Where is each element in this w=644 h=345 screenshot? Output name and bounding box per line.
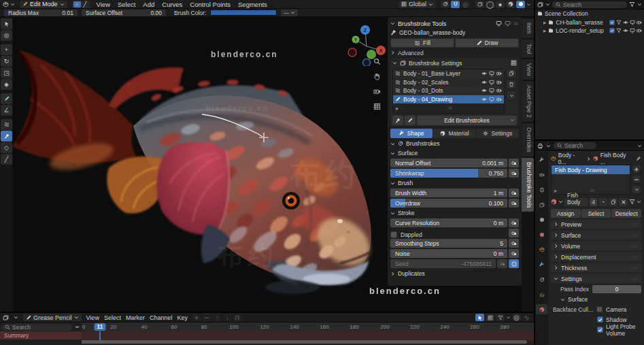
horizontal-scrollbar[interactable] xyxy=(78,340,527,344)
shading-material-button[interactable] xyxy=(506,1,515,8)
camera-icon[interactable] xyxy=(496,88,502,93)
tab-asset-pipe-2[interactable]: Asset Pipe 2 xyxy=(522,81,534,122)
tool-slide-button[interactable]: ╱ xyxy=(1,154,12,165)
transform-orientation-dropdown[interactable]: Global xyxy=(399,1,436,8)
randomize-seed-button[interactable] xyxy=(509,259,519,268)
pan-hand-icon[interactable] xyxy=(373,73,381,80)
tab-settings[interactable]: Settings xyxy=(477,129,519,138)
section-preview[interactable]: Preview :::: xyxy=(551,220,641,229)
shading-rendered-button[interactable] xyxy=(516,1,525,8)
noise-slider[interactable]: Noise 0 m xyxy=(390,249,507,258)
eye-icon[interactable] xyxy=(623,28,628,33)
edit-brushstrokes-button[interactable]: Edit Brushstrokes xyxy=(417,116,517,125)
shrinkwrap-slider[interactable]: Shrinkwrap 0.750 xyxy=(390,169,507,178)
outliner-search-input[interactable]: Search xyxy=(552,1,627,8)
exclude-funnel-icon[interactable] xyxy=(616,20,622,25)
tool-transform-button[interactable]: ◈ xyxy=(1,79,12,90)
animate-property-button[interactable] xyxy=(509,188,519,197)
breadcrumb-object[interactable]: Body - 0... xyxy=(558,152,584,165)
expand-collapse-icon[interactable] xyxy=(74,324,80,330)
slot-specials-button[interactable] xyxy=(632,185,641,194)
display-mode-2-icon[interactable] xyxy=(505,20,511,27)
section-displacement[interactable]: Displacement :::: xyxy=(551,252,641,261)
material-sphere-icon[interactable] xyxy=(551,199,557,205)
animate-property-button[interactable] xyxy=(509,239,519,248)
pen-mode-button[interactable] xyxy=(405,116,416,125)
timeline-menu-marker[interactable]: Marker xyxy=(126,314,145,321)
animate-property-button[interactable] xyxy=(509,159,519,167)
light-probe-checkbox[interactable] xyxy=(597,327,603,333)
timeline-menu-select[interactable]: Select xyxy=(104,314,121,321)
layer-row-drawing-selected[interactable]: Body - 04_Drawing xyxy=(393,95,504,104)
dopesheet-editor-icon[interactable] xyxy=(3,314,9,321)
timeline-tracks[interactable] xyxy=(82,331,534,345)
tool-comb-button[interactable] xyxy=(1,119,12,130)
expand-arrow-icon[interactable]: ▸ xyxy=(396,105,399,112)
unlink-material-button[interactable] xyxy=(619,198,628,206)
dappled-checkbox[interactable] xyxy=(390,231,397,238)
channel-search-input[interactable]: Search xyxy=(1,324,72,331)
camera-icon[interactable] xyxy=(637,20,642,25)
delete-layer-button[interactable] xyxy=(506,80,517,89)
monitor-icon[interactable] xyxy=(630,20,635,25)
section-settings-expanded[interactable]: Settings :::: xyxy=(551,274,641,283)
outliner-row-ch-ballan-wrasse[interactable]: ▸ CH-ballan_wrasse xyxy=(535,18,644,27)
layer-row-dots[interactable]: Body - 03_Dots xyxy=(393,86,504,95)
mode-selector[interactable]: Edit Mode xyxy=(20,1,67,8)
outliner-row-scene-collection[interactable]: Scene Collection xyxy=(535,10,644,18)
new-material-button[interactable] xyxy=(609,198,617,206)
dopesheet-mode-dropdown[interactable]: Grease Pencil xyxy=(23,314,82,321)
assign-button[interactable]: Assign xyxy=(551,209,581,218)
add-keyframe-button[interactable] xyxy=(192,314,201,321)
filter-funnel-icon[interactable] xyxy=(629,199,635,205)
move-down-button[interactable]: ↓ xyxy=(223,314,232,321)
breadcrumb-material[interactable]: Fish Body ... xyxy=(600,152,632,165)
eye-icon[interactable] xyxy=(481,88,487,93)
expand-arrow-icon[interactable]: ▸ xyxy=(543,27,546,34)
tab-overrides[interactable]: Overrides xyxy=(522,123,534,157)
interpolation-button[interactable]: ∿ xyxy=(522,314,531,321)
menu-view[interactable]: View xyxy=(95,1,112,8)
current-frame-badge[interactable]: 11 xyxy=(95,323,106,331)
brush-color-swatch[interactable] xyxy=(210,10,277,16)
editor-type-button[interactable] xyxy=(3,1,15,7)
tab-object-props[interactable] xyxy=(536,244,547,254)
add-slot-button[interactable] xyxy=(632,165,641,174)
surface-offset-field[interactable]: Surface Offset 0.00 xyxy=(82,10,166,16)
section-thickness[interactable]: Thickness :::: xyxy=(551,263,641,272)
animate-property-button[interactable] xyxy=(509,229,519,237)
menu-add[interactable]: Add xyxy=(141,1,156,8)
backface-camera-checkbox[interactable] xyxy=(596,306,603,312)
tool-move-button[interactable]: + xyxy=(1,44,12,55)
shadow-checkbox[interactable] xyxy=(597,316,603,323)
overdraw-slider[interactable]: Overdraw 0.100 xyxy=(390,199,507,208)
box-select-button[interactable] xyxy=(486,314,494,321)
eye-icon[interactable] xyxy=(481,97,487,102)
dropdown-corner-icon[interactable] xyxy=(510,117,515,124)
duplicate-layer-button[interactable] xyxy=(506,69,517,78)
tab-brushstroke-tools[interactable]: Brushstroke Tools xyxy=(522,158,534,212)
tab-view[interactable]: View xyxy=(522,59,534,80)
outliner-editor-icon[interactable] xyxy=(537,1,543,7)
orthographic-grid-icon[interactable] xyxy=(373,103,381,110)
tab-material-props[interactable] xyxy=(536,304,547,314)
material-name-field[interactable]: Fish Body ... xyxy=(564,198,588,206)
dappled-checkbox-row[interactable]: Dappled xyxy=(390,230,507,239)
monitor-icon[interactable] xyxy=(489,80,494,85)
snap-toggle-button[interactable] xyxy=(451,1,460,8)
animate-property-button[interactable] xyxy=(509,199,519,208)
display-mode-icon[interactable] xyxy=(496,20,502,27)
tool-rotate-button[interactable]: ↻ xyxy=(1,56,12,67)
monitor-icon[interactable] xyxy=(489,97,494,102)
pass-index-field[interactable]: 0 xyxy=(592,285,641,293)
eye-icon[interactable] xyxy=(623,20,628,25)
camera-icon[interactable] xyxy=(637,28,642,33)
tab-scene-props[interactable] xyxy=(536,214,547,225)
snap-keys-button[interactable]: ◎ xyxy=(512,314,521,321)
tool-scale-button[interactable]: ◳ xyxy=(1,67,12,78)
advanced-section[interactable]: Advanced xyxy=(390,49,519,56)
monitor-icon[interactable] xyxy=(489,71,494,76)
animate-property-button[interactable] xyxy=(509,249,519,258)
seed-field[interactable]: Seed -476686611 xyxy=(390,259,496,268)
list-options-icon[interactable] xyxy=(511,60,517,66)
